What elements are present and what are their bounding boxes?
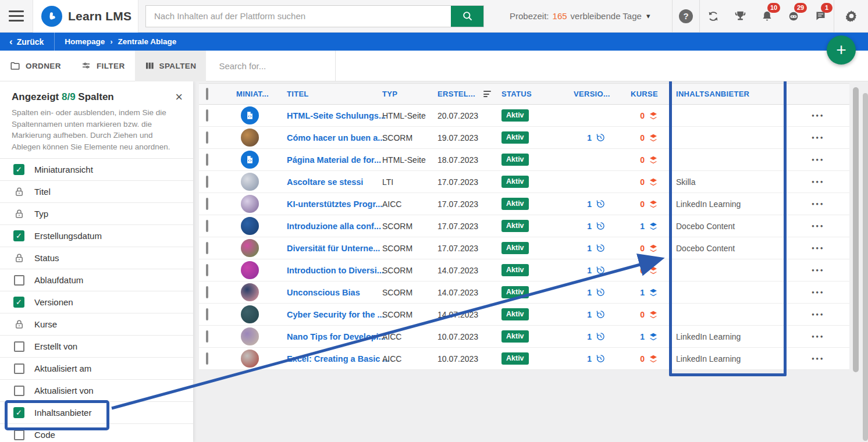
- refresh-button[interactable]: [700, 0, 727, 33]
- versions-value[interactable]: 1: [587, 354, 606, 363]
- row-checkbox[interactable]: [206, 176, 208, 188]
- header-titel[interactable]: TITEL: [278, 90, 382, 98]
- versions-value[interactable]: 1: [587, 221, 606, 231]
- row-actions-button[interactable]: ●●●: [812, 245, 824, 251]
- versions-value[interactable]: 1: [587, 332, 606, 341]
- row-actions-button[interactable]: ●●●: [812, 268, 824, 273]
- column-toggle-item[interactable]: ✓ Status: [0, 247, 193, 269]
- content-title-link[interactable]: Excel: Creating a Basic ...: [287, 354, 390, 363]
- content-title-link[interactable]: Nano Tips for Developi...: [287, 332, 386, 341]
- courses-value[interactable]: 0: [640, 133, 658, 142]
- column-toggle-item[interactable]: ✓ Typ: [0, 203, 193, 225]
- row-actions-button[interactable]: ●●●: [812, 334, 824, 339]
- row-actions-button[interactable]: ●●●: [812, 290, 824, 295]
- row-checkbox[interactable]: [206, 131, 208, 144]
- table-search-input[interactable]: [219, 61, 335, 71]
- table-scrollbar[interactable]: [853, 87, 859, 372]
- courses-value[interactable]: 1: [640, 332, 658, 341]
- versions-value[interactable]: 1: [587, 265, 606, 275]
- courses-value[interactable]: 0: [640, 310, 658, 319]
- row-checkbox[interactable]: [206, 308, 208, 320]
- content-title-link[interactable]: Introduction to Diversi...: [287, 266, 384, 275]
- header-typ[interactable]: TYP: [382, 90, 437, 98]
- row-checkbox[interactable]: [206, 352, 208, 365]
- versions-value[interactable]: 1: [587, 199, 606, 209]
- courses-value[interactable]: 0: [640, 266, 658, 275]
- header-versionen[interactable]: VERSIO...: [560, 90, 621, 98]
- courses-value[interactable]: 0: [640, 177, 658, 187]
- row-actions-button[interactable]: ●●●: [812, 135, 824, 140]
- notifications-button[interactable]: 10: [753, 0, 780, 33]
- content-title-link[interactable]: Cómo hacer un buen a...: [287, 133, 385, 142]
- column-toggle-item[interactable]: ✓ Code: [0, 424, 193, 442]
- content-title-link[interactable]: Cyber Security for the ...: [287, 310, 385, 319]
- courses-value[interactable]: 0: [640, 111, 658, 120]
- courses-value[interactable]: 0: [640, 244, 658, 253]
- hamburger-menu-button[interactable]: [0, 0, 33, 33]
- page-scrollbar[interactable]: [863, 93, 868, 441]
- row-actions-button[interactable]: ●●●: [812, 179, 824, 184]
- content-title-link[interactable]: KI-unterstütztes Progr...: [287, 199, 382, 209]
- gamification-button[interactable]: [727, 0, 753, 33]
- breadcrumb-home[interactable]: Homepage: [65, 37, 105, 46]
- content-title-link[interactable]: HTML-Seite Schulungs...: [287, 111, 386, 120]
- row-checkbox[interactable]: [206, 109, 208, 122]
- column-toggle-item[interactable]: ✓ Erstellt von: [0, 336, 193, 358]
- header-erstellungsdatum[interactable]: ERSTEL...: [437, 90, 501, 98]
- settings-button[interactable]: [834, 0, 868, 33]
- column-toggle-item[interactable]: ✓ Ablaufdatum: [0, 269, 193, 291]
- header-kurse[interactable]: KURSE: [621, 90, 667, 98]
- messages-button[interactable]: 1: [807, 0, 834, 33]
- row-actions-button[interactable]: ●●●: [812, 157, 824, 162]
- versions-value[interactable]: 1: [587, 243, 606, 253]
- folders-button[interactable]: ORDNER: [0, 51, 71, 81]
- content-title-link[interactable]: Ascoltare se stessi: [287, 177, 363, 187]
- trial-period-dropdown[interactable]: Probezeit: 165 verbleibende Tage ▾: [510, 11, 650, 21]
- row-actions-button[interactable]: ●●●: [812, 113, 824, 118]
- add-content-button[interactable]: +: [827, 35, 856, 65]
- courses-value[interactable]: 0: [640, 155, 658, 165]
- row-actions-button[interactable]: ●●●: [812, 312, 824, 317]
- column-toggle-item[interactable]: ✓ Titel: [0, 181, 193, 203]
- content-title-link[interactable]: Página Material de for...: [287, 155, 381, 165]
- courses-value[interactable]: 1: [640, 222, 658, 231]
- header-miniatur[interactable]: MINIAT...: [222, 90, 278, 98]
- column-toggle-item[interactable]: ✓ Miniaturansicht: [0, 159, 193, 181]
- column-toggle-item[interactable]: ✓ Kurse: [0, 313, 193, 336]
- courses-value[interactable]: 0: [640, 199, 658, 209]
- back-button[interactable]: ‹ Zurück: [0, 33, 54, 51]
- column-toggle-item[interactable]: ✓ Aktualisiert von: [0, 380, 193, 402]
- row-actions-button[interactable]: ●●●: [812, 223, 824, 229]
- row-checkbox[interactable]: [206, 242, 208, 254]
- columns-button[interactable]: SPALTEN: [135, 51, 207, 81]
- versions-value[interactable]: 1: [587, 287, 606, 297]
- column-toggle-item[interactable]: ✓ Inhaltsanbieter: [0, 402, 193, 424]
- column-toggle-item[interactable]: ✓ Aktualisiert am: [0, 358, 193, 380]
- header-status[interactable]: STATUS: [501, 90, 560, 98]
- column-toggle-item[interactable]: ✓ Versionen: [0, 291, 193, 313]
- assistant-button[interactable]: 29: [780, 0, 807, 33]
- versions-value[interactable]: 1: [587, 133, 606, 142]
- row-actions-button[interactable]: ●●●: [812, 356, 824, 361]
- row-checkbox[interactable]: [206, 330, 208, 343]
- global-search-button[interactable]: [451, 6, 483, 27]
- courses-value[interactable]: 0: [640, 354, 658, 363]
- global-search-input[interactable]: [146, 6, 451, 27]
- versions-value[interactable]: 1: [587, 309, 606, 319]
- filter-button[interactable]: FILTER: [71, 51, 135, 81]
- courses-value[interactable]: 1: [640, 288, 658, 297]
- row-checkbox[interactable]: [206, 286, 208, 298]
- help-button[interactable]: ?: [673, 0, 699, 33]
- select-all-checkbox[interactable]: [206, 88, 208, 100]
- row-actions-button[interactable]: ●●●: [812, 201, 824, 206]
- row-checkbox[interactable]: [206, 220, 208, 232]
- close-icon[interactable]: ×: [175, 91, 183, 103]
- content-title-link[interactable]: Unconscious Bias: [287, 288, 360, 297]
- app-logo[interactable]: Learn LMS: [33, 0, 138, 33]
- row-checkbox[interactable]: [206, 264, 208, 276]
- content-title-link[interactable]: Introduzione alla conf...: [287, 222, 381, 231]
- column-toggle-item[interactable]: ✓ Erstellungsdatum: [0, 225, 193, 247]
- row-checkbox[interactable]: [206, 198, 208, 210]
- content-title-link[interactable]: Diversität für Unterne...: [287, 244, 380, 253]
- header-inhaltsanbieter[interactable]: INHALTSANBIETER: [667, 90, 787, 98]
